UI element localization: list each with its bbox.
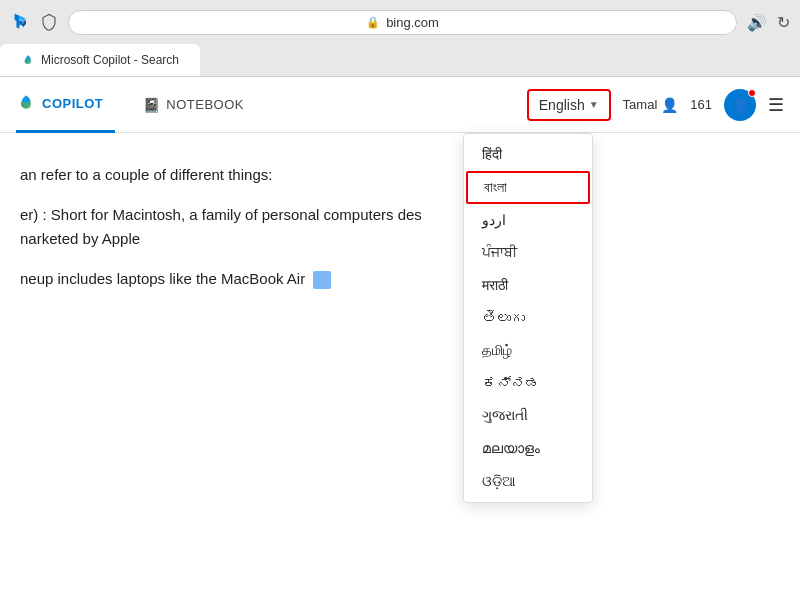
nav-counter: 161 <box>690 97 712 112</box>
language-option-5[interactable]: తెలుగు <box>464 302 592 334</box>
nav-left: COPILOT 📓 NOTEBOOK <box>16 77 256 133</box>
language-dropdown-menu: हिंदीবাংলাاردوਪੰਜਾਬੀमराठीతెలుగుதமிழ்ಕನ್ನ… <box>463 133 593 503</box>
avatar-icon: 👤 <box>732 97 749 113</box>
nav-bar: COPILOT 📓 NOTEBOOK English ▼ Tamal 👤 161 <box>0 77 800 133</box>
language-option-10[interactable]: ଓଡ଼ିଆ <box>464 465 592 498</box>
browser-right-icons: 🔊 ↻ <box>747 13 790 32</box>
browser-chrome: 🔒 bing.com 🔊 ↻ Microsoft Copilot - Searc… <box>0 0 800 77</box>
address-text: bing.com <box>386 15 439 30</box>
language-option-0[interactable]: हिंदी <box>464 138 592 171</box>
lock-icon: 🔒 <box>366 16 380 29</box>
bing-logo <box>10 11 32 33</box>
tamal-section: Tamal 👤 <box>623 97 679 113</box>
copilot-icon <box>16 93 36 113</box>
main-line-3: neup includes laptops like the MacBook A… <box>20 267 480 291</box>
language-option-8[interactable]: ગુજરાતી <box>464 399 592 432</box>
user-icon: 👤 <box>661 97 678 113</box>
avatar-notification-dot <box>748 89 756 97</box>
nav-copilot-tab[interactable]: COPILOT <box>16 77 115 133</box>
language-option-2[interactable]: اردو <box>464 204 592 236</box>
macbook-inline-icon <box>313 271 331 289</box>
tamal-label: Tamal <box>623 97 658 112</box>
page-content: COPILOT 📓 NOTEBOOK English ▼ Tamal 👤 161 <box>0 77 800 609</box>
main-line-2: er) : Short for Macintosh, a family of p… <box>20 203 480 251</box>
notebook-label: NOTEBOOK <box>166 97 244 112</box>
language-option-1[interactable]: বাংলা <box>466 171 590 204</box>
language-option-7[interactable]: ಕನ್ನಡ <box>464 367 592 399</box>
address-bar[interactable]: 🔒 bing.com <box>68 10 737 35</box>
browser-nav-icons <box>10 11 58 33</box>
volume-icon: 🔊 <box>747 13 767 32</box>
nav-notebook-tab[interactable]: 📓 NOTEBOOK <box>131 77 256 133</box>
language-button-text: English <box>539 97 585 113</box>
language-dropdown-button[interactable]: English ▼ <box>527 89 611 121</box>
language-option-4[interactable]: मराठी <box>464 269 592 302</box>
language-option-9[interactable]: മലയാളം <box>464 432 592 465</box>
refresh-icon[interactable]: ↻ <box>777 13 790 32</box>
language-option-6[interactable]: தமிழ் <box>464 334 592 367</box>
user-avatar[interactable]: 👤 <box>724 89 756 121</box>
main-area: an refer to a couple of different things… <box>0 133 800 337</box>
shield-icon <box>40 13 58 31</box>
browser-tab-bar: Microsoft Copilot - Search <box>0 44 800 76</box>
tab-favicon <box>21 53 35 67</box>
active-tab[interactable]: Microsoft Copilot - Search <box>0 44 200 76</box>
dropdown-arrow-icon: ▼ <box>589 99 599 110</box>
tab-title: Microsoft Copilot - Search <box>41 53 179 67</box>
notebook-icon: 📓 <box>143 97 160 113</box>
language-option-3[interactable]: ਪੰਜਾਬੀ <box>464 236 592 269</box>
browser-toolbar: 🔒 bing.com 🔊 ↻ <box>0 0 800 44</box>
hamburger-menu-icon[interactable]: ☰ <box>768 94 784 116</box>
nav-right: English ▼ Tamal 👤 161 👤 ☰ <box>527 89 784 121</box>
main-line-1: an refer to a couple of different things… <box>20 163 480 187</box>
main-content-text: an refer to a couple of different things… <box>20 163 480 291</box>
copilot-label: COPILOT <box>42 96 103 111</box>
